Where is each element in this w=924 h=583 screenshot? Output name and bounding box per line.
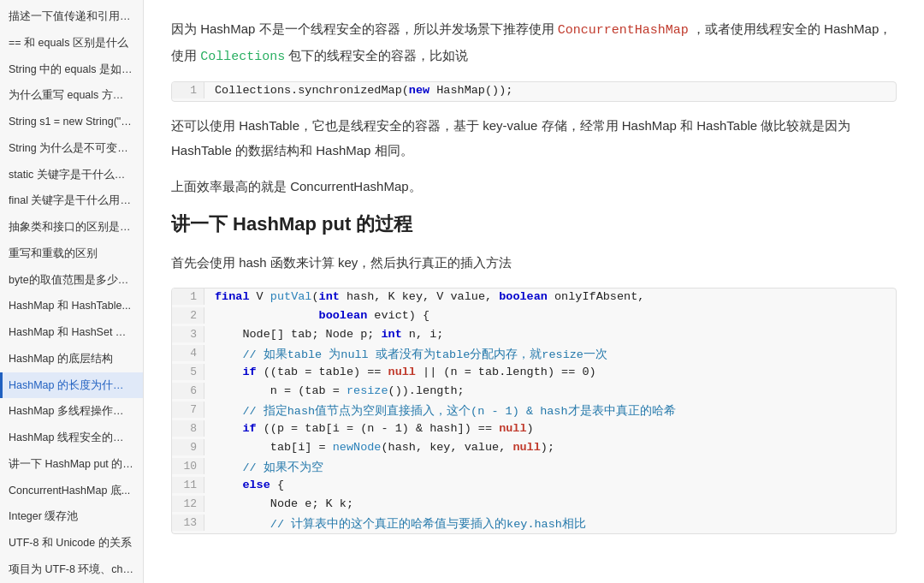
section-intro: 首先会使用 hash 函数来计算 key，然后执行真正的插入方法 — [171, 251, 897, 276]
sidebar-item-14[interactable]: HashMap 的长度为什么是... — [0, 372, 143, 399]
code-block-putval: 1final V putVal(int hash, K key, V value… — [171, 288, 897, 534]
main-content: 因为 HashMap 不是一个线程安全的容器，所以并发场景下推荐使用 Concu… — [144, 0, 924, 583]
sidebar-item-0[interactable]: 描述一下值传递和引用传... — [0, 3, 143, 30]
sidebar-item-12[interactable]: HashMap 和 HashSet 的... — [0, 319, 143, 346]
sidebar-item-17[interactable]: 讲一下 HashMap put 的过程 — [0, 451, 143, 478]
concurrent-hashmap-highlight: ConcurrentHashMap — [558, 23, 689, 38]
table-row: 2 boolean evict) { — [172, 307, 896, 326]
line-code: // 计算表中的这个真正的哈希值与要插入的key.hash相比 — [204, 515, 596, 533]
sidebar-item-5[interactable]: String 为什么是不可变的，... — [0, 135, 143, 162]
line-code-1: Collections.synchronizedMap(new HashMap(… — [204, 82, 523, 98]
section-title: 讲一下 HashMap put 的过程 — [171, 211, 897, 238]
line-code: // 如果table 为null 或者没有为table分配内存，就resize一… — [204, 345, 618, 364]
best-efficiency-paragraph: 上面效率最高的就是 ConcurrentHashMap。 — [171, 175, 897, 199]
sidebar-item-15[interactable]: HashMap 多线程操作导致... — [0, 398, 143, 425]
sidebar-item-19[interactable]: Integer 缓存池 — [0, 503, 143, 530]
line-num: 2 — [172, 307, 204, 324]
table-row: 3 Node[] tab; Node p; int n, i; — [172, 326, 896, 345]
line-code: final V putVal(int hash, K key, V value,… — [204, 289, 654, 305]
intro-text3: 包下的线程安全的容器，比如说 — [288, 48, 468, 62]
table-row: 6 n = (tab = resize()).length; — [172, 383, 896, 402]
sidebar-item-21[interactable]: 项目为 UTF-8 环境、char... — [0, 556, 143, 583]
line-num: 5 — [172, 364, 204, 380]
line-num: 12 — [172, 496, 204, 512]
table-row: 12 Node e; K k; — [172, 496, 896, 515]
line-num: 1 — [172, 289, 204, 305]
line-num: 3 — [172, 326, 204, 342]
table-row: 11 else { — [172, 477, 896, 496]
table-row: 8 if ((p = tab[i = (n - 1) & hash]) == n… — [172, 420, 896, 439]
sidebar-item-1[interactable]: == 和 equals 区别是什么 — [0, 30, 143, 57]
sidebar-item-11[interactable]: HashMap 和 HashTable... — [0, 293, 143, 319]
sidebar-item-2[interactable]: String 中的 equals 是如何... — [0, 57, 143, 83]
sidebar-item-16[interactable]: HashMap 线程安全的实现... — [0, 425, 143, 451]
line-code: if ((tab = table) == null || (n = tab.le… — [204, 364, 607, 380]
sidebar: 描述一下值传递和引用传...== 和 equals 区别是什么String 中的… — [0, 0, 144, 583]
table-row: 7 // 指定hash值节点为空则直接插入，这个(n - 1) & hash才是… — [172, 402, 896, 420]
line-num-1: 1 — [172, 82, 204, 98]
line-num: 4 — [172, 345, 204, 361]
sidebar-item-7[interactable]: final 关键字是干什么用的... — [0, 187, 143, 214]
line-code: else { — [204, 477, 294, 493]
line-num: 7 — [172, 402, 204, 418]
line-num: 9 — [172, 439, 204, 455]
sidebar-item-18[interactable]: ConcurrentHashMap 底... — [0, 478, 143, 504]
intro-paragraph: 因为 HashMap 不是一个线程安全的容器，所以并发场景下推荐使用 Concu… — [171, 17, 897, 69]
line-num: 13 — [172, 515, 204, 531]
sidebar-item-6[interactable]: static 关键字是干什么用的... — [0, 162, 143, 188]
line-num: 11 — [172, 477, 204, 493]
table-row: 5 if ((tab = table) == null || (n = tab.… — [172, 364, 896, 383]
line-code: Node e; K k; — [204, 496, 364, 512]
line-num: 8 — [172, 420, 204, 437]
line-code: boolean evict) { — [204, 307, 440, 324]
table-row: 10 // 如果不为空 — [172, 458, 896, 477]
sidebar-item-10[interactable]: byte的取值范围是多少，... — [0, 267, 143, 294]
line-code: if ((p = tab[i = (n - 1) & hash]) == nul… — [204, 420, 544, 437]
hashtable-paragraph: 还可以使用 HashTable，它也是线程安全的容器，基于 key-value … — [171, 114, 897, 163]
sidebar-item-13[interactable]: HashMap 的底层结构 — [0, 346, 143, 372]
line-num: 6 — [172, 383, 204, 399]
collections-highlight: Collections — [200, 50, 285, 64]
table-row: 13 // 计算表中的这个真正的哈希值与要插入的key.hash相比 — [172, 515, 896, 533]
line-num: 10 — [172, 458, 204, 474]
line-code: tab[i] = newNode(hash, key, value, null)… — [204, 439, 565, 455]
code-line-1: 1 Collections.synchronizedMap(new HashMa… — [172, 82, 896, 101]
sidebar-item-3[interactable]: 为什么重写 equals 方法必... — [0, 82, 143, 109]
table-row: 4 // 如果table 为null 或者没有为table分配内存，就resiz… — [172, 345, 896, 364]
line-code: // 指定hash值节点为空则直接插入，这个(n - 1) & hash才是表中… — [204, 402, 686, 420]
table-row: 9 tab[i] = newNode(hash, key, value, nul… — [172, 439, 896, 458]
intro-text1: 因为 HashMap 不是一个线程安全的容器，所以并发场景下推荐使用 — [171, 21, 554, 36]
line-code: n = (tab = resize()).length; — [204, 383, 475, 399]
line-code: Node[] tab; Node p; int n, i; — [204, 326, 453, 342]
sidebar-item-4[interactable]: String s1 = new String("a... — [0, 109, 143, 135]
sidebar-item-8[interactable]: 抽象类和接口的区别是什么 — [0, 214, 143, 241]
code-block-synchronized: 1 Collections.synchronizedMap(new HashMa… — [171, 81, 897, 102]
line-code: // 如果不为空 — [204, 458, 334, 477]
sidebar-item-20[interactable]: UTF-8 和 Unicode 的关系 — [0, 530, 143, 556]
table-row: 1final V putVal(int hash, K key, V value… — [172, 289, 896, 307]
sidebar-item-9[interactable]: 重写和重载的区别 — [0, 241, 143, 267]
